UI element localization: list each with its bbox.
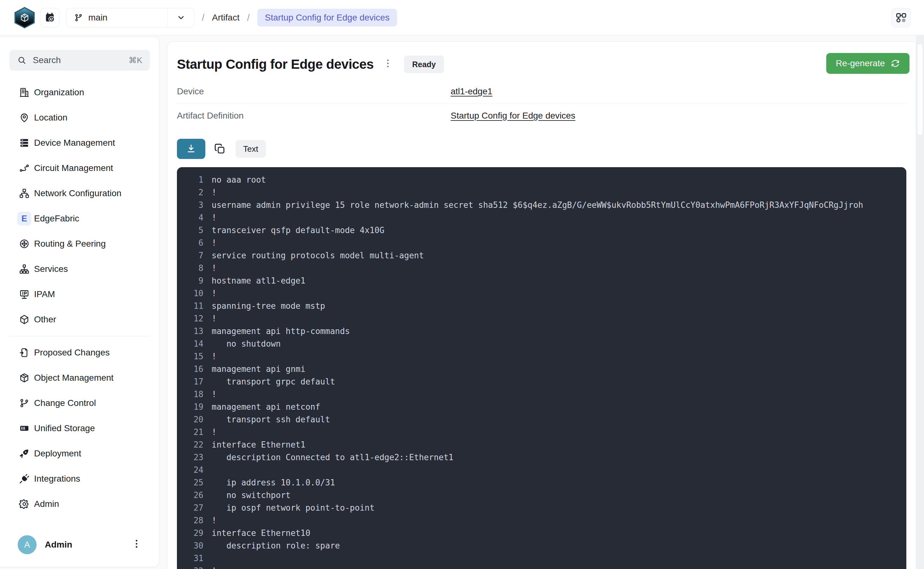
- line-text: management api http-commands: [211, 325, 350, 338]
- sidebar-item-object-management[interactable]: Object Management: [0, 365, 159, 391]
- page-scrollbar-track[interactable]: [916, 35, 924, 569]
- copy-icon: [214, 143, 226, 155]
- line-number: 16: [186, 363, 204, 375]
- code-line: 9hostname atl1-edge1: [186, 274, 906, 287]
- search-placeholder: Search: [33, 55, 61, 65]
- breadcrumb-separator: /: [247, 12, 249, 23]
- copy-button[interactable]: [213, 142, 227, 156]
- sidebar-item-services[interactable]: Services: [0, 256, 159, 281]
- code-line: 17 transport grpc default: [186, 375, 906, 388]
- user-row[interactable]: A Admin: [0, 535, 159, 554]
- branch-dropdown-toggle[interactable]: [167, 8, 194, 27]
- field-row-device: Deviceatl1-edge1: [177, 79, 906, 103]
- title-menu-button[interactable]: [383, 58, 395, 71]
- logo-cube-icon: [19, 12, 30, 23]
- sidebar-item-ipam[interactable]: IPAM: [0, 281, 159, 307]
- line-number: 19: [186, 400, 204, 413]
- field-value-link[interactable]: atl1-edge1: [451, 87, 492, 96]
- line-number: 27: [186, 502, 204, 514]
- sidebar-item-label: Change Control: [34, 398, 96, 408]
- sidebar-item-unified-storage[interactable]: Unified Storage: [0, 416, 159, 441]
- breadcrumb-item-artifact[interactable]: Artifact: [212, 13, 239, 23]
- branch-selector[interactable]: main: [66, 8, 195, 27]
- code-line: 31: [186, 552, 906, 564]
- line-number: 9: [186, 274, 204, 287]
- code-line: 22interface Ethernet1: [186, 438, 906, 451]
- sidebar-item-proposed-changes[interactable]: Proposed Changes: [0, 340, 159, 365]
- sidebar-item-device-management[interactable]: Device Management: [0, 130, 159, 155]
- line-text: !: [211, 350, 217, 363]
- breadcrumb-item-current[interactable]: Startup Config for Edge devices: [257, 9, 397, 26]
- sidebar-item-location[interactable]: Location: [0, 105, 159, 130]
- format-toggle-text[interactable]: Text: [236, 140, 266, 158]
- line-number: 28: [186, 514, 204, 527]
- download-button[interactable]: [177, 139, 205, 159]
- code-line: 21!: [186, 426, 906, 438]
- line-text: description Connected to atl1-edge2::Eth…: [211, 451, 453, 464]
- regenerate-button[interactable]: Re-generate: [826, 53, 909, 74]
- sidebar-item-label: Routing & Peering: [34, 239, 106, 249]
- user-name: Admin: [45, 540, 72, 550]
- sidebar-item-change-control[interactable]: Change Control: [0, 391, 159, 416]
- line-text: hostname atl1-edge1: [211, 274, 305, 287]
- line-number: 15: [186, 350, 204, 363]
- line-number: 30: [186, 539, 204, 552]
- search-input[interactable]: Search ⌘K: [9, 50, 150, 71]
- code-line: 30 description role: spare: [186, 539, 906, 552]
- kebab-icon: [383, 58, 393, 69]
- line-number: 8: [186, 262, 204, 274]
- code-panel[interactable]: 1no aaa root2!3username admin privilege …: [177, 167, 906, 569]
- line-number: 4: [186, 211, 204, 224]
- line-number: 13: [186, 325, 204, 338]
- code-line: 25 ip address 10.1.0.0/31: [186, 476, 906, 489]
- line-number: 32: [186, 564, 204, 569]
- code-line: 4!: [186, 211, 906, 224]
- line-number: 7: [186, 249, 204, 262]
- sidebar-item-edgefabric[interactable]: EEdgeFabric: [0, 206, 159, 231]
- line-number: 11: [186, 300, 204, 312]
- code-line: 5transceiver qsfp default-mode 4x10G: [186, 224, 906, 237]
- sidebar-item-label: Organization: [34, 87, 84, 97]
- code-line: 23 description Connected to atl1-edge2::…: [186, 451, 906, 464]
- apps-button[interactable]: [891, 8, 911, 27]
- line-number: 21: [186, 426, 204, 438]
- sidebar-item-network-configuration[interactable]: Network Configuration: [0, 181, 159, 206]
- line-text: no switchport: [211, 489, 290, 502]
- cube-icon: [17, 313, 31, 326]
- sidebar-item-routing-peering[interactable]: Routing & Peering: [0, 231, 159, 256]
- page-scrollbar-thumb[interactable]: [917, 44, 923, 135]
- line-text: !: [211, 312, 217, 325]
- line-number: 17: [186, 375, 204, 388]
- line-number: 20: [186, 413, 204, 426]
- sidebar-item-deployment[interactable]: Deployment: [0, 441, 159, 466]
- sidebar-item-integrations[interactable]: Integrations: [0, 466, 159, 491]
- sidebar-item-label: Integrations: [34, 474, 80, 484]
- app-logo[interactable]: [15, 7, 35, 28]
- code-line: 6!: [186, 237, 906, 249]
- calendar-button[interactable]: [40, 8, 59, 27]
- breadcrumb-separator: /: [202, 12, 204, 23]
- line-number: 1: [186, 173, 204, 186]
- line-text: transport ssh default: [211, 413, 330, 426]
- line-number: 25: [186, 476, 204, 489]
- line-text: description role: spare: [211, 539, 340, 552]
- sidebar-item-other[interactable]: Other: [0, 307, 159, 332]
- branch-name: main: [88, 13, 108, 23]
- branch-selector-value: main: [66, 13, 167, 23]
- download-icon: [186, 143, 196, 154]
- field-value-link[interactable]: Startup Config for Edge devices: [451, 111, 575, 121]
- code-line: 11spanning-tree mode mstp: [186, 300, 906, 312]
- code-line: 32!: [186, 564, 906, 569]
- user-menu-button[interactable]: [131, 539, 144, 551]
- sidebar-item-admin[interactable]: Admin: [0, 491, 159, 517]
- building-icon: [17, 85, 31, 99]
- line-number: 26: [186, 489, 204, 502]
- line-text: interface Ethernet10: [211, 527, 310, 539]
- sidebar-item-circuit-management[interactable]: Circuit Management: [0, 155, 159, 181]
- code-line: 15!: [186, 350, 906, 363]
- kebab-icon: [131, 539, 142, 549]
- line-text: !: [211, 388, 217, 400]
- git-branch-icon: [74, 13, 83, 23]
- breadcrumb: / Artifact / Startup Config for Edge dev…: [202, 0, 397, 35]
- sidebar-item-organization[interactable]: Organization: [0, 80, 159, 105]
